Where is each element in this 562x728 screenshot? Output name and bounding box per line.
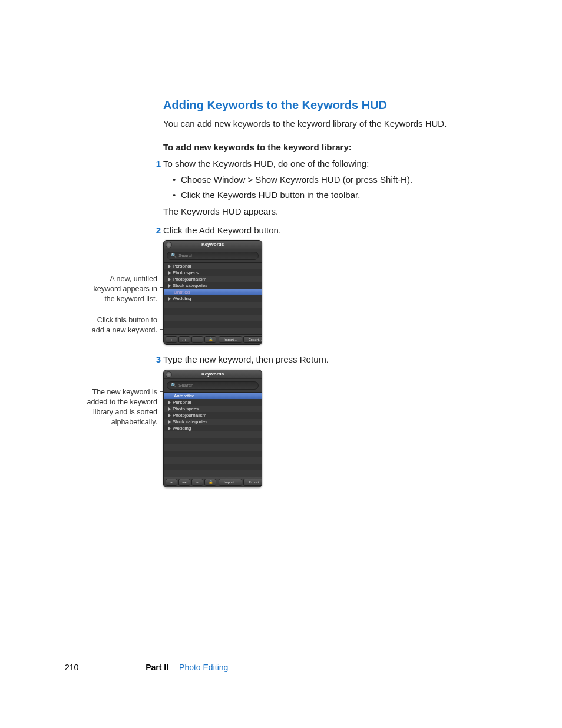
add-keyword-button[interactable]: + [166, 479, 177, 486]
list-item[interactable]: Photo specs [164, 406, 262, 412]
disclosure-icon [168, 265, 171, 268]
disclosure-icon [168, 407, 171, 411]
disclosure-icon [168, 297, 171, 301]
callout-line-text: alphabetically. [82, 417, 157, 427]
list-item-label: Wedding [173, 426, 191, 431]
content-column: Adding Keywords to the Keywords HUD You … [163, 97, 493, 495]
page-footer: 210 Part II Photo Editing [65, 661, 477, 673]
list-item-label: Photo specs [173, 406, 199, 411]
list-empty-row [164, 328, 262, 334]
list-empty-row [164, 451, 262, 457]
list-item-label: Photojournalism [173, 276, 206, 282]
bullet-item: Click the Keywords HUD button in the too… [173, 189, 493, 202]
callout-line-text: added to the keyword [82, 397, 157, 407]
list-item-label: Antarctica [174, 393, 195, 398]
disclosure-icon [168, 271, 171, 275]
step-text: Type the new keyword, then press Return. [163, 354, 329, 364]
task-heading: To add new keywords to the keyword libra… [163, 141, 493, 154]
step-text: To show the Keywords HUD, do one of the … [163, 159, 369, 169]
keywords-hud-panel: Keywords 🔍 Search Personal Photo specs P… [163, 240, 262, 345]
list-item-label: Wedding [173, 296, 191, 301]
list-item[interactable]: Personal [164, 263, 262, 269]
list-item-label: Stock categories [173, 283, 207, 288]
list-empty-row [164, 444, 262, 451]
part-label: Part II [146, 663, 168, 672]
import-button[interactable]: Import... [219, 479, 242, 486]
step-3: 3 Type the new keyword, then press Retur… [163, 353, 493, 487]
list-empty-row [164, 302, 262, 308]
keyword-list: Antarctica Personal Photo specs Photojou… [164, 392, 262, 477]
keywords-hud-panel: Keywords 🔍 Search Antarctica Personal Ph… [163, 370, 262, 487]
close-icon[interactable] [166, 242, 172, 248]
steps-list: 1 To show the Keywords HUD, do one of th… [163, 157, 493, 488]
import-button[interactable]: Import... [219, 336, 242, 343]
disclosure-icon [168, 401, 171, 404]
list-item-label: Photojournalism [173, 413, 206, 418]
callout-add-button: Click this button to add a new keyword. [87, 315, 157, 335]
intro-paragraph: You can add new keywords to the keyword … [163, 117, 493, 130]
list-empty-row [164, 438, 262, 444]
list-item-selected[interactable]: Untitled [164, 289, 262, 295]
list-item[interactable]: Personal [164, 399, 262, 406]
add-keyword-button[interactable]: + [166, 336, 177, 343]
search-icon: 🔍 [171, 383, 177, 388]
chapter-label: Photo Editing [179, 663, 228, 672]
hud-title: Keywords [201, 371, 224, 377]
callout-new-keyword: A new, untitled keyword appears in the k… [87, 274, 157, 304]
step-1-result: The Keywords HUD appears. [163, 205, 493, 218]
list-item-label: Personal [173, 263, 191, 269]
hud-titlebar: Keywords [164, 370, 262, 379]
close-icon[interactable] [166, 371, 172, 378]
list-empty-row [164, 457, 262, 464]
list-item[interactable]: Stock categories [164, 282, 262, 289]
step-1-bullets: Choose Window > Show Keywords HUD (or pr… [173, 173, 493, 202]
add-subkeyword-button[interactable]: ⌐+ [178, 479, 190, 486]
list-item-selected[interactable]: Antarctica [164, 393, 262, 399]
list-item[interactable]: Photojournalism [164, 412, 262, 419]
callout-line-text: add a new keyword. [87, 325, 157, 335]
disclosure-icon [168, 427, 171, 430]
hud-title: Keywords [201, 242, 224, 247]
lock-button[interactable]: 🔒 [204, 336, 216, 343]
step-number: 1 [153, 157, 161, 170]
callout-line-text: A new, untitled [87, 274, 157, 284]
lock-button[interactable]: 🔒 [204, 479, 216, 486]
list-empty-row [164, 321, 262, 328]
search-placeholder: Search [178, 382, 193, 389]
list-empty-row [164, 470, 262, 477]
list-empty-row [164, 464, 262, 470]
export-button[interactable]: Export... [243, 479, 262, 486]
section-heading: Adding Keywords to the Keywords HUD [163, 97, 493, 114]
remove-keyword-button[interactable]: − [191, 479, 203, 486]
search-input[interactable]: 🔍 Search [167, 252, 259, 260]
disclosure-icon [168, 284, 171, 288]
disclosure-icon [168, 278, 171, 281]
remove-keyword-button[interactable]: − [191, 336, 203, 343]
list-item[interactable]: Wedding [164, 425, 262, 431]
figure-2: The new keyword is added to the keyword … [163, 370, 493, 487]
add-subkeyword-button[interactable]: ⌐+ [178, 336, 190, 343]
list-item-label: Untitled [174, 289, 190, 295]
export-button[interactable]: Export... [243, 336, 262, 343]
bullet-item: Choose Window > Show Keywords HUD (or pr… [173, 173, 493, 186]
callout-line-text: library and is sorted [82, 407, 157, 417]
list-item-label: Personal [173, 400, 191, 405]
document-page: Adding Keywords to the Keywords HUD You … [0, 0, 562, 728]
step-2: 2 Click the Add Keyword button. A new, u… [163, 224, 493, 347]
list-item[interactable]: Wedding [164, 295, 262, 302]
search-icon: 🔍 [171, 253, 177, 258]
callout-sorted: The new keyword is added to the keyword … [82, 387, 157, 427]
list-item-label: Photo specs [173, 270, 199, 275]
list-item[interactable]: Photo specs [164, 269, 262, 276]
list-item[interactable]: Photojournalism [164, 276, 262, 282]
search-input[interactable]: 🔍 Search [167, 381, 259, 390]
callout-line-text: the keyword list. [87, 294, 157, 304]
disclosure-icon [168, 420, 171, 424]
hud-footer: + ⌐+ − 🔒 Import... Export... [164, 477, 262, 487]
keyword-list: Personal Photo specs Photojournalism Sto… [164, 262, 262, 334]
step-number: 2 [153, 224, 161, 237]
list-item[interactable]: Stock categories [164, 419, 262, 425]
step-text: Click the Add Keyword button. [163, 225, 281, 235]
list-empty-row [164, 308, 262, 315]
step-number: 3 [153, 353, 161, 366]
